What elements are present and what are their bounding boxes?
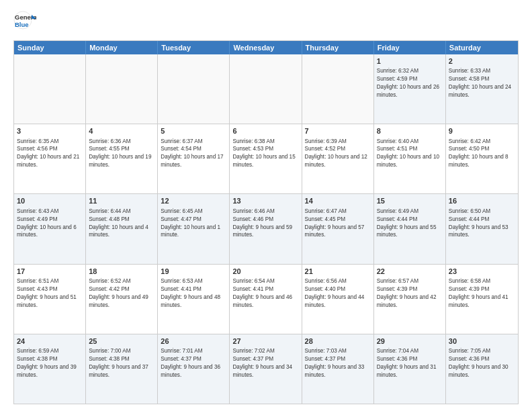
cal-cell-day-8: 8Sunrise: 6:40 AM Sunset: 4:51 PM Daylig… [374,124,446,193]
cal-cell-day-25: 25Sunrise: 7:00 AM Sunset: 4:38 PM Dayli… [86,334,158,404]
cal-cell-day-5: 5Sunrise: 6:37 AM Sunset: 4:54 PM Daylig… [158,124,230,193]
cal-row-3: 17Sunrise: 6:51 AM Sunset: 4:43 PM Dayli… [14,265,518,334]
calendar: SundayMondayTuesdayWednesdayThursdayFrid… [13,40,519,404]
day-info: Sunrise: 6:58 AM Sunset: 4:39 PM Dayligh… [449,277,515,310]
cal-cell-day-4: 4Sunrise: 6:36 AM Sunset: 4:55 PM Daylig… [86,124,158,193]
day-info: Sunrise: 6:42 AM Sunset: 4:50 PM Dayligh… [449,138,515,170]
day-info: Sunrise: 7:00 AM Sunset: 4:38 PM Dayligh… [89,347,154,379]
header: General Blue [13,11,519,34]
cal-cell-day-14: 14Sunrise: 6:47 AM Sunset: 4:45 PM Dayli… [302,194,374,263]
day-number: 10 [17,196,83,206]
cal-cell-day-16: 16Sunrise: 6:50 AM Sunset: 4:44 PM Dayli… [446,194,518,263]
cal-cell-day-17: 17Sunrise: 6:51 AM Sunset: 4:43 PM Dayli… [14,265,86,334]
cal-cell-day-20: 20Sunrise: 6:54 AM Sunset: 4:41 PM Dayli… [230,265,302,334]
cal-cell-day-24: 24Sunrise: 6:59 AM Sunset: 4:38 PM Dayli… [14,334,86,404]
cal-cell-day-18: 18Sunrise: 6:52 AM Sunset: 4:42 PM Dayli… [86,265,158,334]
day-info: Sunrise: 6:57 AM Sunset: 4:39 PM Dayligh… [377,277,443,310]
cal-row-0: 1Sunrise: 6:32 AM Sunset: 4:59 PM Daylig… [14,54,518,124]
cal-cell-day-10: 10Sunrise: 6:43 AM Sunset: 4:49 PM Dayli… [14,194,86,263]
cal-cell-empty-0-3 [230,54,302,124]
cal-cell-day-11: 11Sunrise: 6:44 AM Sunset: 4:48 PM Dayli… [86,194,158,263]
day-info: Sunrise: 6:45 AM Sunset: 4:47 PM Dayligh… [161,208,226,240]
day-number: 23 [449,267,515,277]
cal-cell-day-27: 27Sunrise: 7:02 AM Sunset: 4:37 PM Dayli… [230,334,302,404]
day-number: 15 [377,196,443,206]
cal-cell-day-26: 26Sunrise: 7:01 AM Sunset: 4:37 PM Dayli… [158,334,230,404]
cal-cell-day-19: 19Sunrise: 6:53 AM Sunset: 4:41 PM Dayli… [158,265,230,334]
day-number: 18 [89,267,154,277]
day-info: Sunrise: 6:38 AM Sunset: 4:53 PM Dayligh… [232,138,298,170]
cal-header-saturday: Saturday [446,41,518,54]
day-number: 24 [17,336,83,347]
day-number: 16 [449,196,515,206]
day-info: Sunrise: 6:56 AM Sunset: 4:40 PM Dayligh… [305,277,371,310]
day-number: 11 [89,196,154,206]
day-info: Sunrise: 6:40 AM Sunset: 4:51 PM Dayligh… [377,138,443,170]
day-number: 14 [305,196,371,206]
day-info: Sunrise: 6:44 AM Sunset: 4:48 PM Dayligh… [89,208,154,240]
cal-cell-empty-0-4 [302,54,374,124]
day-info: Sunrise: 7:03 AM Sunset: 4:37 PM Dayligh… [305,347,371,379]
cal-cell-day-6: 6Sunrise: 6:38 AM Sunset: 4:53 PM Daylig… [230,124,302,193]
day-info: Sunrise: 6:54 AM Sunset: 4:41 PM Dayligh… [232,277,298,310]
day-number: 20 [232,267,298,277]
day-number: 13 [232,196,298,206]
day-info: Sunrise: 7:02 AM Sunset: 4:37 PM Dayligh… [232,347,298,379]
day-info: Sunrise: 6:46 AM Sunset: 4:46 PM Dayligh… [232,208,298,240]
cal-cell-day-21: 21Sunrise: 6:56 AM Sunset: 4:40 PM Dayli… [302,265,374,334]
day-info: Sunrise: 6:36 AM Sunset: 4:55 PM Dayligh… [89,138,154,170]
cal-row-2: 10Sunrise: 6:43 AM Sunset: 4:49 PM Dayli… [14,194,518,264]
cal-cell-day-29: 29Sunrise: 7:04 AM Sunset: 4:36 PM Dayli… [374,334,446,404]
day-info: Sunrise: 7:05 AM Sunset: 4:36 PM Dayligh… [449,347,515,379]
day-info: Sunrise: 6:39 AM Sunset: 4:52 PM Dayligh… [305,138,371,170]
cal-cell-day-9: 9Sunrise: 6:42 AM Sunset: 4:50 PM Daylig… [446,124,518,193]
cal-cell-day-22: 22Sunrise: 6:57 AM Sunset: 4:39 PM Dayli… [374,265,446,334]
day-info: Sunrise: 6:43 AM Sunset: 4:49 PM Dayligh… [17,208,83,240]
cal-header-sunday: Sunday [14,41,86,54]
cal-header-friday: Friday [374,41,446,54]
cal-header-monday: Monday [86,41,158,54]
day-number: 12 [161,196,226,206]
day-number: 22 [377,267,443,277]
cal-cell-empty-0-0 [14,54,86,124]
day-number: 5 [161,126,226,136]
cal-header-tuesday: Tuesday [158,41,230,54]
cal-cell-day-28: 28Sunrise: 7:03 AM Sunset: 4:37 PM Dayli… [302,334,374,404]
cal-cell-day-12: 12Sunrise: 6:45 AM Sunset: 4:47 PM Dayli… [158,194,230,263]
day-info: Sunrise: 6:37 AM Sunset: 4:54 PM Dayligh… [161,138,226,170]
cal-row-4: 24Sunrise: 6:59 AM Sunset: 4:38 PM Dayli… [14,334,518,404]
day-number: 21 [305,267,371,277]
day-number: 30 [449,336,515,347]
day-number: 7 [305,126,371,136]
cal-cell-day-30: 30Sunrise: 7:05 AM Sunset: 4:36 PM Dayli… [446,334,518,404]
svg-text:Blue: Blue [15,21,29,28]
day-number: 6 [232,126,298,136]
day-info: Sunrise: 6:35 AM Sunset: 4:56 PM Dayligh… [17,138,83,170]
day-number: 29 [377,336,443,347]
day-number: 9 [449,126,515,136]
day-info: Sunrise: 6:47 AM Sunset: 4:45 PM Dayligh… [305,208,371,240]
day-number: 19 [161,267,226,277]
logo-svg: General Blue [13,11,36,34]
day-number: 8 [377,126,443,136]
cal-cell-empty-0-1 [86,54,158,124]
day-number: 4 [89,126,154,136]
cal-cell-day-15: 15Sunrise: 6:49 AM Sunset: 4:44 PM Dayli… [374,194,446,263]
day-number: 26 [161,336,226,347]
cal-row-1: 3Sunrise: 6:35 AM Sunset: 4:56 PM Daylig… [14,124,518,194]
day-number: 3 [17,126,83,136]
day-info: Sunrise: 7:04 AM Sunset: 4:36 PM Dayligh… [377,347,443,379]
day-info: Sunrise: 6:33 AM Sunset: 4:58 PM Dayligh… [449,67,515,99]
day-info: Sunrise: 6:51 AM Sunset: 4:43 PM Dayligh… [17,277,83,310]
day-info: Sunrise: 6:53 AM Sunset: 4:41 PM Dayligh… [161,277,226,310]
day-number: 2 [449,56,515,66]
page: General Blue SundayMondayTuesdayWednesda… [0,0,532,411]
calendar-body: 1Sunrise: 6:32 AM Sunset: 4:59 PM Daylig… [14,54,518,404]
day-number: 28 [305,336,371,347]
cal-cell-day-3: 3Sunrise: 6:35 AM Sunset: 4:56 PM Daylig… [14,124,86,193]
day-info: Sunrise: 6:59 AM Sunset: 4:38 PM Dayligh… [17,347,83,379]
day-number: 27 [232,336,298,347]
day-number: 1 [377,56,443,66]
cal-cell-empty-0-2 [158,54,230,124]
day-info: Sunrise: 6:49 AM Sunset: 4:44 PM Dayligh… [377,208,443,240]
